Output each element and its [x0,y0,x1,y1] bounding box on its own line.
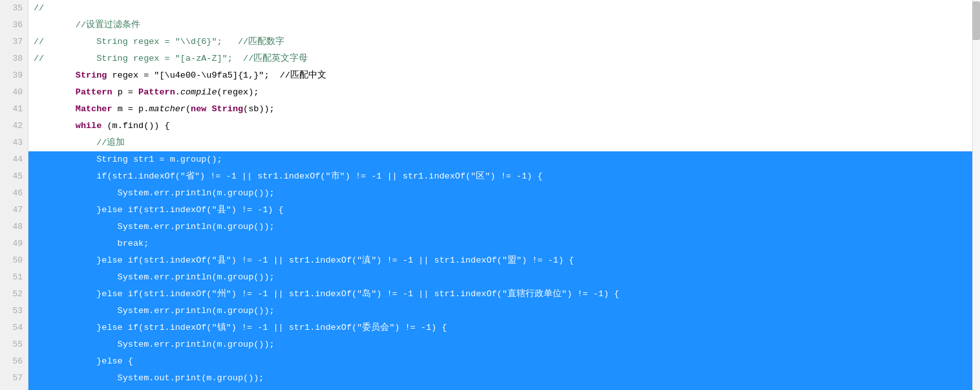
line-number: 49 [5,235,23,252]
line-number: 42 [5,118,23,135]
line-number: 41 [5,101,23,118]
code-line[interactable]: //追加 [28,135,980,151]
code-line[interactable]: Matcher m = p.matcher(new String(sb)); [28,101,980,118]
line-number: 35 [5,0,23,17]
code-line[interactable]: System.out.print(m.group()); [28,370,980,387]
code-line[interactable]: }else if(str1.indexOf("县") != -1 || str1… [28,252,980,269]
line-numbers: 3536373839404142434445464748495051525354… [0,0,28,390]
line-number: 47 [5,202,23,219]
code-line[interactable]: }else { [28,353,980,370]
code-line[interactable]: System.err.println(m.group()); [28,219,980,235]
line-number: 50 [5,252,23,269]
line-number: 51 [5,269,23,286]
line-number: 54 [5,320,23,336]
line-number: 37 [5,34,23,50]
line-number: 36 [5,17,23,34]
code-line[interactable]: // [28,0,980,17]
code-line[interactable]: System.err.println(m.group()); [28,303,980,320]
scrollbar-thumb[interactable] [972,1,980,40]
line-number: 40 [5,84,23,101]
line-number: 45 [5,168,23,185]
line-number: 57 [5,370,23,387]
line-number: 38 [5,50,23,67]
line-number: 53 [5,303,23,320]
code-line[interactable]: System.err.println(m.group()); [28,185,980,202]
line-number: 39 [5,67,23,84]
code-line[interactable]: }else if(str1.indexOf("镇") != -1 || str1… [28,320,980,336]
code-line[interactable]: if(str1.indexOf("省") != -1 || str1.index… [28,168,980,185]
line-number: 43 [5,135,23,151]
code-line[interactable]: break; [28,235,980,252]
code-line[interactable]: while (m.find()) { [28,118,980,135]
code-line[interactable]: Pattern p = Pattern.compile(regex); [28,84,980,101]
code-line[interactable]: } [28,387,980,390]
line-number: 46 [5,185,23,202]
code-area[interactable]: // //设置过滤条件// String regex = "\\d{6}"; /… [28,0,980,390]
code-line[interactable]: System.err.println(m.group()); [28,336,980,353]
code-editor: 3536373839404142434445464748495051525354… [0,0,980,390]
code-line[interactable]: // String regex = "[a-zA-Z]"; //匹配英文字母 [28,50,980,67]
line-number: 58 [5,387,23,390]
code-line[interactable]: // String regex = "\\d{6}"; //匹配数字 [28,34,980,50]
line-number: 44 [5,151,23,168]
code-line[interactable]: }else if(str1.indexOf("县") != -1) { [28,202,980,219]
line-number: 48 [5,219,23,235]
line-number: 55 [5,336,23,353]
line-number: 52 [5,286,23,303]
code-line[interactable]: }else if(str1.indexOf("州") != -1 || str1… [28,286,980,303]
code-line[interactable]: System.err.println(m.group()); [28,269,980,286]
code-line[interactable]: String str1 = m.group(); [28,151,980,168]
code-line[interactable]: String regex = "[\u4e00-\u9fa5]{1,}"; //… [28,67,980,84]
scrollbar[interactable] [972,0,980,390]
code-line[interactable]: //设置过滤条件 [28,17,980,34]
line-number: 56 [5,353,23,370]
